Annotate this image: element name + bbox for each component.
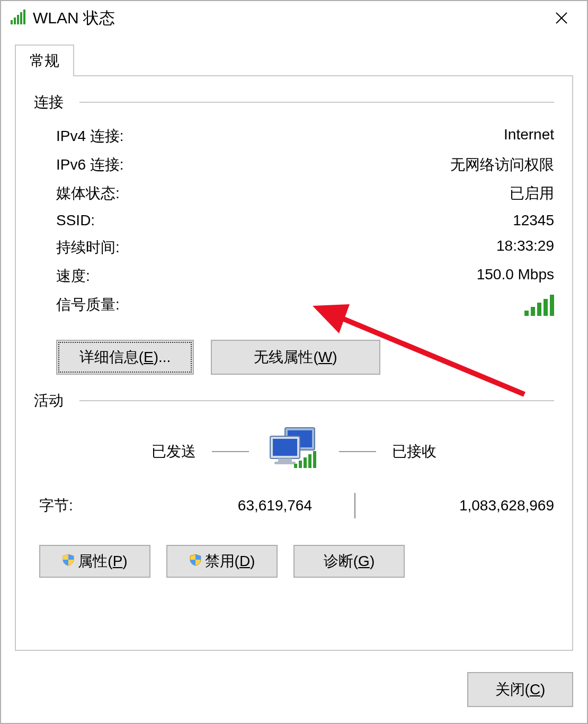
svg-rect-0 — [11, 20, 13, 24]
section-connection-label: 连接 — [34, 92, 64, 112]
ssid-value: 12345 — [513, 212, 554, 229]
tab-row: 常规 — [1, 45, 587, 76]
svg-rect-19 — [299, 461, 302, 468]
section-connection: 连接 — [34, 92, 554, 112]
ipv6-label: IPv6 连接: — [56, 155, 124, 175]
disable-label: 禁用(D) — [205, 551, 255, 571]
signal-label: 信号质量: — [56, 295, 120, 320]
line-icon — [339, 451, 376, 452]
ssid-label: SSID: — [56, 212, 95, 229]
svg-rect-21 — [308, 454, 311, 468]
media-label: 媒体状态: — [56, 183, 120, 204]
close-icon[interactable] — [540, 1, 583, 35]
bytes-row: 字节: 63,619,764 1,083,628,969 — [34, 493, 554, 518]
panel: 连接 IPv4 连接: Internet IPv6 连接: 无网络访问权限 媒体… — [15, 75, 573, 651]
divider — [79, 102, 554, 103]
close-button[interactable]: 关闭(C) — [467, 672, 573, 707]
wireless-properties-button[interactable]: 无线属性(W) — [211, 340, 380, 375]
computers-icon — [265, 426, 323, 477]
svg-rect-20 — [304, 457, 307, 468]
row-duration: 持续时间: 18:33:29 — [34, 233, 554, 262]
signal-icon — [11, 10, 26, 27]
speed-label: 速度: — [56, 266, 90, 286]
row-media: 媒体状态: 已启用 — [34, 179, 554, 208]
section-activity: 活动 — [34, 391, 554, 411]
media-value: 已启用 — [510, 183, 554, 204]
row-signal: 信号质量: — [34, 290, 554, 324]
row-ipv6: IPv6 连接: 无网络访问权限 — [34, 151, 554, 179]
titlebar: WLAN 状态 — [1, 1, 587, 35]
svg-rect-3 — [20, 12, 22, 24]
svg-rect-7 — [524, 311, 529, 316]
recv-label: 已接收 — [392, 442, 436, 462]
details-button[interactable]: 详细信息(E)... — [56, 340, 194, 375]
line-icon — [212, 451, 249, 452]
row-ssid: SSID: 12345 — [34, 208, 554, 233]
diagnose-button[interactable]: 诊断(G) — [293, 545, 405, 578]
signal-bars-icon — [524, 295, 554, 320]
svg-rect-17 — [274, 462, 296, 464]
shield-icon — [189, 553, 202, 570]
disable-button[interactable]: 禁用(D) — [166, 545, 278, 578]
row-speed: 速度: 150.0 Mbps — [34, 262, 554, 290]
duration-label: 持续时间: — [56, 237, 120, 258]
svg-rect-9 — [537, 303, 541, 316]
svg-rect-18 — [294, 464, 297, 468]
ipv4-value: Internet — [504, 126, 554, 146]
svg-rect-15 — [273, 439, 297, 456]
duration-value: 18:33:29 — [496, 237, 554, 258]
details-button-label: 详细信息(E)... — [79, 349, 171, 365]
svg-rect-4 — [23, 10, 25, 24]
svg-rect-8 — [531, 307, 535, 316]
bytes-label: 字节: — [39, 496, 145, 516]
connection-buttons: 详细信息(E)... 无线属性(W) — [34, 340, 554, 375]
wlan-status-window: WLAN 状态 常规 连接 IPv4 连接: Internet IPv6 连接:… — [0, 0, 588, 724]
divider — [79, 400, 554, 401]
close-button-label: 关闭(C) — [495, 681, 546, 697]
dialog-footer: 关闭(C) — [1, 661, 587, 723]
bytes-recv-value: 1,083,628,969 — [355, 497, 554, 514]
wireless-properties-label: 无线属性(W) — [254, 349, 337, 365]
ipv4-label: IPv4 连接: — [56, 126, 124, 146]
svg-rect-22 — [313, 451, 316, 468]
ipv6-value: 无网络访问权限 — [450, 155, 554, 175]
svg-rect-16 — [278, 458, 292, 462]
svg-rect-1 — [14, 17, 16, 24]
properties-label: 属性(P) — [78, 551, 127, 571]
section-activity-label: 活动 — [34, 391, 64, 411]
footer-buttons: 属性(P) 禁用(D) 诊断(G) — [34, 545, 554, 578]
tab-general[interactable]: 常规 — [15, 45, 74, 76]
diagnose-label: 诊断(G) — [324, 551, 375, 571]
svg-rect-2 — [17, 15, 19, 24]
window-title: WLAN 状态 — [33, 7, 540, 29]
activity-graphic: 已发送 已接收 — [34, 426, 554, 477]
properties-button[interactable]: 属性(P) — [39, 545, 150, 578]
svg-rect-11 — [550, 295, 554, 316]
shield-icon — [62, 553, 75, 570]
sent-label: 已发送 — [152, 442, 196, 462]
speed-value: 150.0 Mbps — [477, 266, 554, 286]
bytes-sent-value: 63,619,764 — [145, 497, 354, 514]
svg-rect-10 — [544, 299, 548, 316]
row-ipv4: IPv4 连接: Internet — [34, 122, 554, 151]
